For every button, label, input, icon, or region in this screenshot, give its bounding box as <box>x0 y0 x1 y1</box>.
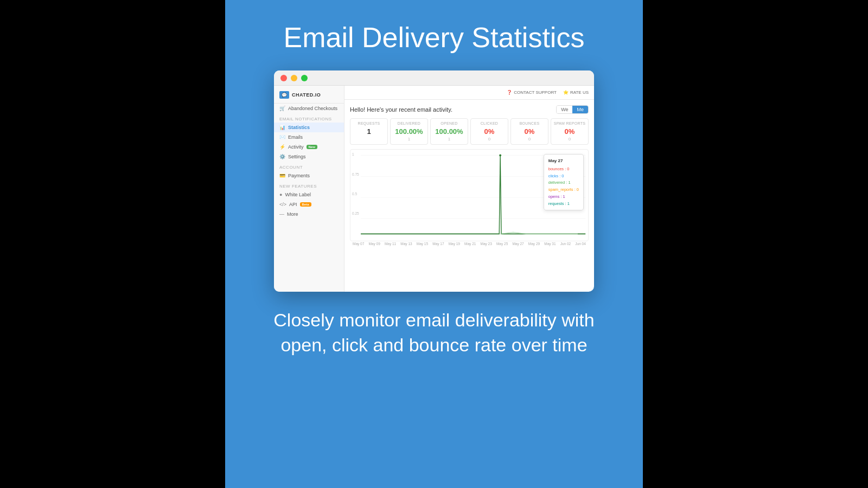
x-label-may11: May 11 <box>385 242 396 246</box>
sidebar-item-settings[interactable]: ⚙️ Settings <box>274 152 344 162</box>
stat-requests-label: REQUESTS <box>353 121 385 125</box>
stat-clicked-label: CLICKED <box>473 121 506 125</box>
page-title: Email Delivery Statistics <box>273 0 596 70</box>
new-features-section: New Features <box>274 181 344 190</box>
help-icon: ❓ <box>507 90 512 95</box>
tooltip-delivered: delivered : 1 <box>548 179 579 187</box>
x-label-may27: May 27 <box>512 242 524 246</box>
window-body: 💬 CHATED.IO 🛒 Abandoned Checkouts Email … <box>274 86 594 292</box>
white-label-label: White Label <box>285 192 311 197</box>
stat-requests: REQUESTS 1 <box>350 118 388 145</box>
chart-icon: 📊 <box>279 125 285 130</box>
x-label-may23: May 23 <box>481 242 492 246</box>
sidebar-item-white-label[interactable]: ● White Label <box>274 190 344 200</box>
sidebar-item-more[interactable]: — More <box>274 209 344 219</box>
x-label-may09: May 09 <box>368 242 380 246</box>
chart-x-labels: May 07 May 09 May 11 May 13 May 15 May 1… <box>350 241 589 246</box>
api-icon: </> <box>279 202 286 207</box>
stat-spam-value: 0% <box>553 127 586 136</box>
stat-opened-label: OPENED <box>433 121 465 125</box>
bottom-text: Closely monitor email deliverability wit… <box>241 292 627 369</box>
new-badge: New <box>307 145 317 149</box>
x-label-may17: May 17 <box>432 242 444 246</box>
app-window: 💬 CHATED.IO 🛒 Abandoned Checkouts Email … <box>274 70 594 292</box>
sidebar-item-abandoned-checkouts[interactable]: 🛒 Abandoned Checkouts <box>274 104 344 113</box>
toggle-we-button[interactable]: We <box>557 106 572 113</box>
chart-container: 1 0.75 0.5 0.25 <box>350 149 589 241</box>
tooltip-box: May 27 bounces : 0 clicks : 0 delivered … <box>544 154 584 210</box>
settings-icon: ⚙️ <box>279 154 285 159</box>
email-icon: ✉️ <box>279 134 285 140</box>
stat-spam-label: SPAM REPORTS <box>553 121 586 125</box>
stat-clicked-sub: 0 <box>473 137 506 142</box>
tooltip-requests: requests : 1 <box>548 201 579 208</box>
stat-bounces-label: BOUNCES <box>513 121 546 125</box>
stat-delivered-label: DELIVERED <box>393 121 425 125</box>
maximize-button[interactable] <box>301 75 308 81</box>
x-label-may19: May 19 <box>449 242 460 246</box>
rate-us-label: RATE US <box>570 90 589 95</box>
label-icon: ● <box>279 192 282 197</box>
statistics-label: Statistics <box>288 125 310 130</box>
y-axis-labels: 1 0.75 0.5 0.25 <box>352 152 359 231</box>
x-label-jun04: Jun 04 <box>575 242 586 246</box>
tooltip-bounces: bounces : 0 <box>548 166 579 173</box>
contact-support-button[interactable]: ❓ CONTACT SUPPORT <box>507 90 557 95</box>
sidebar-item-payments[interactable]: 💳 Payments <box>274 171 344 181</box>
close-button[interactable] <box>280 75 287 81</box>
y-label-05: 0.5 <box>352 192 359 196</box>
more-label: More <box>287 211 298 217</box>
payments-icon: 💳 <box>279 173 285 178</box>
stat-opened-sub: 1 <box>433 137 465 142</box>
sidebar-item-activity[interactable]: ⚡ Activity New <box>274 142 344 152</box>
sidebar-item-emails[interactable]: ✉️ Emails <box>274 132 344 142</box>
stat-delivered-value: 100.00% <box>393 127 425 136</box>
left-panel <box>0 0 225 488</box>
center-panel: Email Delivery Statistics 💬 CHATED.IO 🛒 … <box>225 0 643 488</box>
tooltip-opens: opens : 1 <box>548 194 579 201</box>
sidebar: 💬 CHATED.IO 🛒 Abandoned Checkouts Email … <box>274 86 344 292</box>
x-label-may13: May 13 <box>400 242 412 246</box>
toggle-me-button[interactable]: Me <box>572 106 588 113</box>
x-label-jun02: Jun 02 <box>560 242 571 246</box>
star-icon: ⭐ <box>563 90 569 95</box>
stat-opened-value: 100.00% <box>433 127 465 136</box>
tooltip-clicks: clicks : 0 <box>548 173 579 180</box>
stat-spam-sub: 0 <box>553 137 586 142</box>
cart-icon: 🛒 <box>279 106 285 111</box>
activity-label: Activity <box>288 144 304 150</box>
main-content: ❓ CONTACT SUPPORT ⭐ RATE US Hello! Here'… <box>344 86 594 292</box>
logo-icon: 💬 <box>279 91 289 99</box>
right-panel <box>643 0 868 488</box>
more-icon: — <box>279 211 284 217</box>
stat-requests-value: 1 <box>353 127 385 136</box>
emails-label: Emails <box>288 134 303 140</box>
contact-support-label: CONTACT SUPPORT <box>514 90 557 95</box>
x-label-may29: May 29 <box>528 242 540 246</box>
content-header-title: Hello! Here's your recent email activity… <box>350 106 452 113</box>
stat-opened: OPENED 100.00% 1 <box>430 118 468 145</box>
stat-bounces: BOUNCES 0% 0 <box>510 118 548 145</box>
x-label-may21: May 21 <box>464 242 476 246</box>
minimize-button[interactable] <box>291 75 297 81</box>
email-notifications-section: Email Notifications <box>274 113 344 123</box>
activity-icon: ⚡ <box>279 144 285 150</box>
y-label-025: 0.25 <box>352 211 359 215</box>
stats-row: REQUESTS 1 DELIVERED 100.00% 1 OPENED 10… <box>350 118 589 145</box>
stat-clicked-value: 0% <box>473 127 506 136</box>
svg-point-5 <box>499 155 501 157</box>
sidebar-item-statistics[interactable]: 📊 Statistics <box>274 123 344 132</box>
account-section: Account <box>274 162 344 171</box>
toggle-group: We Me <box>556 105 589 114</box>
stat-bounces-value: 0% <box>513 127 546 136</box>
y-label-1: 1 <box>352 152 359 156</box>
stat-spam: SPAM REPORTS 0% 0 <box>551 118 589 145</box>
sidebar-logo: 💬 CHATED.IO <box>274 86 344 104</box>
payments-label: Payments <box>288 173 310 178</box>
rate-us-button[interactable]: ⭐ RATE US <box>563 90 589 95</box>
y-label-075: 0.75 <box>352 172 359 176</box>
beta-badge: Beta <box>300 202 311 207</box>
content-header: Hello! Here's your recent email activity… <box>350 105 589 114</box>
logo-text: CHATED.IO <box>292 92 321 98</box>
sidebar-item-api[interactable]: </> API Beta <box>274 200 344 209</box>
